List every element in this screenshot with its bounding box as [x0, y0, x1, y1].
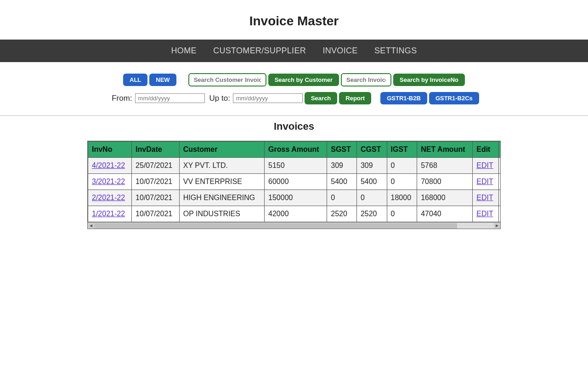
col-invdate: InvDate — [132, 142, 180, 158]
col-delete: Delete — [499, 142, 501, 158]
cell-customer: VV ENTERPRISE — [179, 174, 264, 190]
toolbar-row-2: From: Up to: Search Report GSTR1-B2B GST… — [109, 92, 479, 104]
horizontal-scrollbar[interactable]: ◀ ▶ — [88, 222, 500, 229]
from-date-input[interactable] — [135, 93, 205, 103]
cell-delete: DELETE — [499, 190, 501, 206]
toolbar: ALL NEW Search by Customer Search by Inv… — [0, 62, 588, 110]
nav-settings[interactable]: SETTINGS — [374, 46, 417, 55]
invoices-table-wrap[interactable]: InvNo InvDate Customer Gross Amount SGST… — [87, 141, 501, 229]
col-igst: IGST — [387, 142, 417, 158]
report-button[interactable]: Report — [339, 92, 371, 104]
col-net: NET Amount — [417, 142, 473, 158]
table-header-row: InvNo InvDate Customer Gross Amount SGST… — [88, 142, 501, 158]
cell-invno: 4/2021-22 — [88, 158, 132, 174]
cell-gross: 42000 — [265, 206, 327, 222]
new-button[interactable]: NEW — [149, 74, 176, 86]
toolbar-row-1: ALL NEW Search by Customer Search by Inv… — [123, 73, 465, 86]
cell-cgst: 309 — [356, 158, 387, 174]
edit-link[interactable]: EDIT — [476, 194, 493, 201]
cell-sgst: 5400 — [327, 174, 357, 190]
col-edit: Edit — [473, 142, 499, 158]
search-invoice-input[interactable] — [341, 73, 391, 86]
scroll-thumb[interactable] — [94, 223, 457, 229]
cell-net: 5768 — [417, 158, 473, 174]
invoice-link[interactable]: 4/2021-22 — [92, 161, 125, 169]
cell-cgst: 0 — [356, 190, 387, 206]
cell-sgst: 2520 — [327, 206, 357, 222]
section-title: Invoices — [0, 121, 588, 132]
upto-label: Up to: — [209, 94, 230, 103]
from-label: From: — [112, 94, 132, 103]
cell-customer: HIGH ENGINEERING — [179, 190, 264, 206]
nav-home[interactable]: HOME — [171, 46, 197, 55]
cell-edit: EDIT — [473, 206, 499, 222]
cell-invno: 2/2021-22 — [88, 190, 132, 206]
cell-invdate: 10/07/2021 — [132, 206, 180, 222]
search-by-invoiceno-button[interactable]: Search by InvoiceNo — [393, 74, 465, 86]
nav-invoice[interactable]: INVOICE — [322, 46, 357, 55]
cell-edit: EDIT — [473, 174, 499, 190]
cell-sgst: 0 — [327, 190, 357, 206]
edit-link[interactable]: EDIT — [476, 161, 493, 169]
cell-cgst: 2520 — [356, 206, 387, 222]
cell-gross: 60000 — [265, 174, 327, 190]
cell-delete: DELETE — [499, 158, 501, 174]
cell-customer: OP INDUSTRIES — [179, 206, 264, 222]
upto-date-input[interactable] — [233, 93, 303, 103]
cell-gross: 5150 — [265, 158, 327, 174]
cell-net: 47040 — [417, 206, 473, 222]
col-invno: InvNo — [88, 142, 132, 158]
search-by-customer-button[interactable]: Search by Customer — [268, 74, 339, 86]
col-sgst: SGST — [327, 142, 357, 158]
search-customer-input[interactable] — [188, 73, 266, 86]
cell-invdate: 10/07/2021 — [132, 190, 180, 206]
col-gross: Gross Amount — [265, 142, 327, 158]
cell-invdate: 25/07/2021 — [132, 158, 180, 174]
cell-net: 168000 — [417, 190, 473, 206]
cell-cgst: 5400 — [356, 174, 387, 190]
cell-edit: EDIT — [473, 190, 499, 206]
scroll-right-icon[interactable]: ▶ — [494, 223, 500, 229]
cell-invno: 1/2021-22 — [88, 206, 132, 222]
gstr1-b2b-button[interactable]: GSTR1-B2B — [380, 92, 427, 104]
invoice-link[interactable]: 2/2021-22 — [92, 194, 125, 201]
edit-link[interactable]: EDIT — [476, 178, 493, 185]
navbar: HOME CUSTOMER/SUPPLIER INVOICE SETTINGS — [0, 40, 588, 62]
col-cgst: CGST — [356, 142, 387, 158]
cell-delete: DELETE — [499, 206, 501, 222]
table-row: 2/2021-2210/07/2021HIGH ENGINEERING15000… — [88, 190, 501, 206]
table-row: 1/2021-2210/07/2021OP INDUSTRIES42000252… — [88, 206, 501, 222]
all-button[interactable]: ALL — [123, 74, 147, 86]
cell-igst: 0 — [387, 174, 417, 190]
nav-customer-supplier[interactable]: CUSTOMER/SUPPLIER — [213, 46, 306, 55]
invoice-link[interactable]: 1/2021-22 — [92, 210, 125, 218]
cell-net: 70800 — [417, 174, 473, 190]
cell-delete: DELETE — [499, 174, 501, 190]
cell-customer: XY PVT. LTD. — [179, 158, 264, 174]
cell-edit: EDIT — [473, 158, 499, 174]
cell-igst: 0 — [387, 158, 417, 174]
page-title: Invoice Master — [0, 0, 588, 40]
cell-invdate: 10/07/2021 — [132, 174, 180, 190]
scroll-left-icon[interactable]: ◀ — [88, 223, 94, 229]
edit-link[interactable]: EDIT — [476, 210, 493, 218]
invoice-link[interactable]: 3/2021-22 — [92, 178, 125, 185]
invoices-table: InvNo InvDate Customer Gross Amount SGST… — [88, 141, 501, 222]
col-customer: Customer — [179, 142, 264, 158]
cell-sgst: 309 — [327, 158, 357, 174]
cell-igst: 18000 — [387, 190, 417, 206]
cell-invno: 3/2021-22 — [88, 174, 132, 190]
cell-gross: 150000 — [265, 190, 327, 206]
gstr1-b2cs-button[interactable]: GSTR1-B2Cs — [429, 92, 479, 104]
divider — [0, 115, 588, 116]
cell-igst: 0 — [387, 206, 417, 222]
table-row: 4/2021-2225/07/2021XY PVT. LTD.515030930… — [88, 158, 501, 174]
search-button[interactable]: Search — [305, 92, 337, 104]
table-row: 3/2021-2210/07/2021VV ENTERPRISE60000540… — [88, 174, 501, 190]
